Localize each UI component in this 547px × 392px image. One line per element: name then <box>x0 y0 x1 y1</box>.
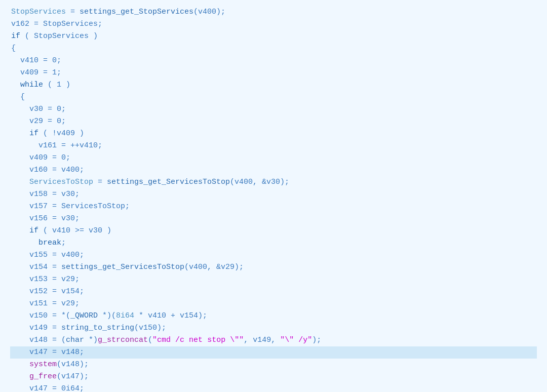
code-line: v409 = 0; <box>10 152 537 164</box>
code-token: system <box>29 360 57 369</box>
code-token: v151 = v29; <box>11 299 80 308</box>
code-token: v409 = 1; <box>11 68 61 77</box>
code-token: while <box>20 81 43 89</box>
code-token: ( v410 >= v30 ) <box>38 226 111 235</box>
code-token: (v148); <box>57 360 89 369</box>
code-token: ( StopServices ) <box>20 32 98 41</box>
code-line: v153 = v29; <box>10 273 537 286</box>
code-token: if <box>11 32 20 41</box>
code-token: v409 = 0; <box>11 153 70 162</box>
code-token: v162 = StopServices; <box>11 20 102 28</box>
code-token <box>11 226 29 235</box>
code-token: v147 = 0i64; <box>11 384 84 392</box>
code-token: *)( <box>98 311 116 320</box>
code-token: , v149, <box>244 336 280 344</box>
code-line: ServicesToStop = settings_get_ServicesTo… <box>10 176 537 188</box>
code-line: system(v148); <box>10 359 537 371</box>
code-line: v150 = *(_QWORD *)(8i64 * v410 + v154); <box>10 310 537 322</box>
code-line: v155 = v400; <box>10 249 537 261</box>
code-line: v409 = 1; <box>10 67 537 79</box>
code-line: v154 = settings_get_ServicesToStop(v400,… <box>10 261 537 273</box>
code-token: v161 = ++v410; <box>11 141 102 150</box>
code-line: v160 = v400; <box>10 164 537 176</box>
code-token: v155 = v400; <box>11 251 84 259</box>
code-line: if ( StopServices ) <box>10 30 537 43</box>
code-token: settings_get_ServicesToStop <box>61 263 184 271</box>
code-token: if <box>29 226 38 235</box>
code-line: StopServices = settings_get_StopServices… <box>10 6 537 18</box>
code-token: StopServices <box>11 8 66 16</box>
code-token: v150 = *( <box>11 311 70 320</box>
code-token: * v410 + v154); <box>134 311 207 320</box>
code-token: v157 = ServicesToStop; <box>11 202 130 211</box>
code-token <box>11 129 29 138</box>
code-line: g_free(v147); <box>10 371 537 383</box>
code-token: g_free <box>11 372 57 381</box>
code-line: break; <box>10 237 537 249</box>
code-line: v148 = (char *)g_strconcat("cmd /c net s… <box>10 334 537 346</box>
code-token: if <box>29 129 38 138</box>
code-token: 8i64 <box>116 311 134 320</box>
code-token: (v400, &v30); <box>230 178 289 186</box>
code-token: settings_get_ServicesToStop <box>107 178 230 186</box>
code-token: v160 = v400; <box>11 166 84 174</box>
code-token: v149 = <box>11 324 61 332</box>
code-line: if ( v410 >= v30 ) <box>10 225 537 237</box>
code-token: (v400, &v29); <box>184 263 244 271</box>
code-token: { <box>11 44 16 53</box>
code-line: v157 = ServicesToStop; <box>10 201 537 213</box>
code-token: v153 = v29; <box>11 275 80 284</box>
code-token: v30 = 0; <box>11 105 66 113</box>
code-line: { <box>10 43 537 55</box>
code-token: ; <box>61 239 66 247</box>
code-line: { <box>10 91 537 103</box>
code-token: (v400); <box>193 8 225 16</box>
code-token <box>11 360 29 369</box>
code-line: v149 = string_to_string(v150); <box>10 322 537 334</box>
code-line: v162 = StopServices; <box>10 18 537 30</box>
code-token: string_to_string <box>61 324 134 332</box>
code-line: v161 = ++v410; <box>10 140 537 152</box>
code-token <box>11 81 20 89</box>
code-token: *) <box>84 336 98 344</box>
code-line: while ( 1 ) <box>10 79 537 91</box>
code-token: ); <box>312 336 321 344</box>
code-token: v156 = v30; <box>11 214 80 223</box>
code-token: (v150); <box>134 324 166 332</box>
code-token: _QWORD <box>70 311 98 320</box>
code-line: v158 = v30; <box>10 188 537 201</box>
code-line-highlighted: v147 = v148; <box>10 346 537 359</box>
code-token: g_strconcat <box>98 336 148 344</box>
code-token: v410 = 0; <box>11 56 61 65</box>
code-token: v148 = ( <box>11 336 66 344</box>
code-token: ( <box>148 336 152 344</box>
code-token: break <box>38 239 61 247</box>
code-line: v410 = 0; <box>10 55 537 67</box>
code-line: v156 = v30; <box>10 213 537 225</box>
code-container: StopServices = settings_get_StopServices… <box>0 0 547 392</box>
code-line: v147 = 0i64; <box>10 383 537 392</box>
code-token: = <box>66 8 80 16</box>
code-token: { <box>11 93 25 101</box>
code-token: v147 = v148; <box>11 348 84 357</box>
code-token: char <box>66 336 84 344</box>
code-token: "cmd /c net stop \"" <box>152 336 244 344</box>
code-line: if ( !v409 ) <box>10 128 537 140</box>
code-token: ( 1 ) <box>43 81 70 89</box>
code-token: v158 = v30; <box>11 190 80 199</box>
code-token: v152 = v154; <box>11 287 84 296</box>
code-token: ServicesToStop <box>11 178 93 186</box>
code-token: (v147); <box>57 372 89 381</box>
code-token: "\" /y" <box>280 336 312 344</box>
code-token: settings_get_StopServices <box>80 8 193 16</box>
code-token: v154 = <box>11 263 61 271</box>
code-line: v30 = 0; <box>10 103 537 115</box>
code-token: = <box>93 178 107 186</box>
code-line: v29 = 0; <box>10 115 537 128</box>
code-token: ( !v409 ) <box>38 129 84 138</box>
code-token <box>11 239 38 247</box>
code-token: v29 = 0; <box>11 117 66 126</box>
code-line: v152 = v154; <box>10 286 537 298</box>
code-line: v151 = v29; <box>10 298 537 310</box>
